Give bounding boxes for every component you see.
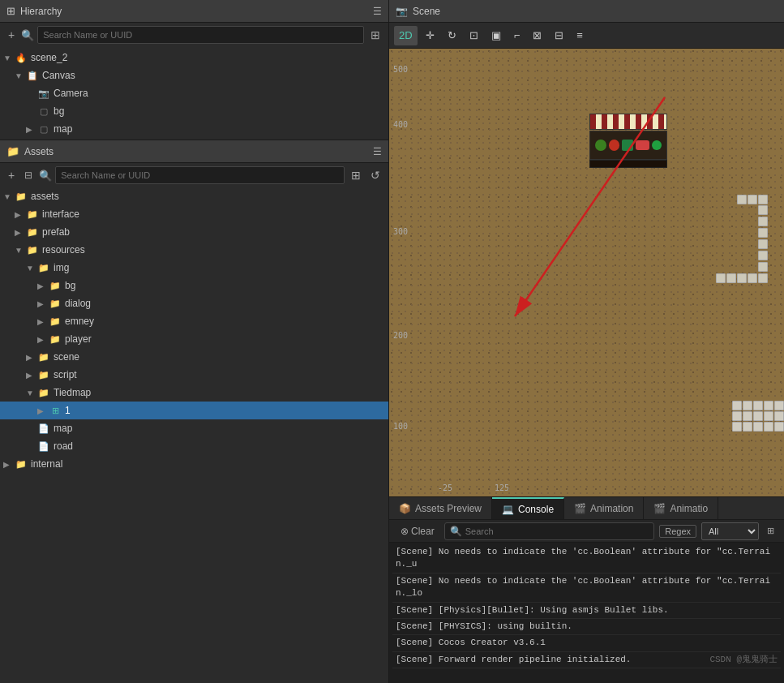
tree-icon-road-file: 📄 [37, 440, 50, 453]
scene-toolbar: 2D ✛ ↻ ⊡ ▣ ⌐ ⊠ ⊟ ≡ [389, 23, 784, 49]
scene-rotate-btn[interactable]: ↻ [443, 26, 461, 45]
tree-item-assets-bg[interactable]: ▶ 📁 bg [0, 277, 388, 294]
tree-label-assets-bg: bg [65, 280, 75, 291]
tree-item-map-file[interactable]: 📄 map [0, 419, 388, 437]
scene-u-btn[interactable]: ⌐ [509, 26, 525, 45]
scene-scale-btn[interactable]: ⊡ [465, 26, 483, 45]
hierarchy-search-icon: 🔍 [21, 29, 34, 41]
tree-label-prefab: prefab [42, 226, 70, 238]
log-entry-5[interactable]: [Scene] Cocos Creator v3.6.1 [392, 635, 781, 651]
tree-label-road-file: road [54, 440, 73, 452]
hierarchy-add-btn[interactable]: + [5, 27, 18, 43]
tree-label-img: img [54, 262, 69, 273]
assets-menu-icon[interactable]: ☰ [373, 146, 382, 157]
hierarchy-header: ⊞ Hierarchy ☰ [0, 0, 388, 23]
tree-label-player: player [65, 333, 92, 345]
tree-arrow-tiedmap: ▼ [26, 389, 37, 397]
hierarchy-search-input[interactable] [37, 26, 364, 44]
tree-item-canvas[interactable]: ▼ 📋 Canvas [0, 67, 388, 84]
log-text-2: [Scene] No needs to indicate the 'cc.Boo… [396, 575, 778, 600]
log-entry-2[interactable]: [Scene] No needs to indicate the 'cc.Boo… [392, 573, 781, 603]
log-entry-3[interactable]: [Scene] [Physics][Bullet]: Using asmjs B… [392, 603, 781, 619]
assets-list-btn[interactable]: ⊞ [348, 167, 364, 183]
tree-arrow-prefab: ▶ [15, 228, 26, 237]
tree-item-scene2[interactable]: ▼ 🔥 scene_2 [0, 49, 388, 67]
log-entry-4[interactable]: [Scene] [PHYSICS]: using builtin. [392, 619, 781, 635]
tree-arrow-player: ▶ [37, 335, 49, 344]
tree-item-dialog[interactable]: ▶ 📁 dialog [0, 294, 388, 312]
produce-4 [636, 140, 650, 150]
tree-label-bg: bg [54, 105, 64, 117]
tree-item-road-file[interactable]: 📄 road [0, 437, 388, 455]
tree-label-assets: assets [31, 191, 59, 202]
scene-header: 📷 Scene [389, 0, 784, 23]
log-text-5: [Scene] Cocos Creator v3.6.1 [396, 637, 778, 649]
assets-collapse-btn[interactable]: ⊟ [21, 168, 36, 183]
tree-item-tiedmap[interactable]: ▼ 📁 Tiedmap [0, 384, 388, 402]
tree-icon-bg: ▢ [37, 105, 50, 118]
log-entry-1[interactable]: [Scene] No needs to indicate the 'cc.Boo… [392, 544, 781, 573]
clear-icon: ⊗ [401, 526, 409, 537]
tree-icon-internal: 📁 [15, 457, 28, 470]
tree-item-player[interactable]: ▶ 📁 player [0, 330, 388, 348]
tree-item-assets-root[interactable]: ▼ 📁 assets [0, 187, 388, 205]
console-search-box: 🔍 [444, 522, 655, 540]
assets-refresh-btn[interactable]: ↺ [367, 167, 383, 183]
tree-item-camera[interactable]: 📷 Camera [0, 84, 388, 102]
assets-header: 📁 Assets ☰ [0, 140, 388, 163]
console-extra-btn[interactable]: ⊞ [764, 524, 778, 538]
console-filter-dropdown[interactable]: All Error Warning Info [701, 522, 759, 540]
assets-preview-label: Assets Preview [415, 503, 482, 514]
hierarchy-list-btn[interactable]: ⊞ [367, 27, 383, 43]
tree-item-script[interactable]: ▶ 📁 script [0, 366, 388, 384]
tab-animation[interactable]: 🎬 Animation [564, 497, 644, 519]
scene-transform-btn[interactable]: ⊠ [528, 26, 546, 45]
coord-label-bot: 200 [393, 331, 408, 340]
console-log-area: [Scene] No needs to indicate the 'cc.Boo… [389, 543, 784, 683]
console-regex-btn[interactable]: Regex [659, 525, 696, 538]
log-entry-6[interactable]: [Scene] Forward render pipeline initiali… [392, 652, 781, 668]
produce-3 [622, 140, 633, 151]
tree-label-map-file: map [54, 423, 72, 434]
scene-pivot-btn[interactable]: ⊟ [550, 26, 568, 45]
tree-arrow-dialog: ▶ [37, 299, 49, 308]
tab-console[interactable]: 💻 Console [492, 497, 564, 519]
coord-label-mid1: 400 [393, 120, 408, 129]
tree-arrow-script: ▶ [26, 371, 37, 380]
tree-item-interface[interactable]: ▶ 📁 interface [0, 205, 388, 223]
tree-icon-camera: 📷 [37, 87, 50, 100]
tree-item-map[interactable]: ▶ ▢ map [0, 120, 388, 138]
tree-item-internal[interactable]: ▶ 📁 internal [0, 455, 388, 473]
log-text-4: [Scene] [PHYSICS]: using builtin. [396, 621, 778, 633]
tree-icon-player: 📁 [49, 333, 62, 346]
stall-base [589, 160, 667, 168]
tree-item-img[interactable]: ▼ 📁 img [0, 259, 388, 277]
right-panel: 📷 Scene 2D ✛ ↻ ⊡ ▣ ⌐ ⊠ ⊟ ≡ 500 400 300 2… [389, 0, 784, 683]
tab-assets-preview[interactable]: 📦 Assets Preview [389, 497, 492, 519]
animation-tab-icon: 🎬 [574, 503, 586, 514]
console-tab-label: Console [518, 504, 554, 515]
assets-search-input[interactable] [55, 166, 345, 184]
tree-item-emney[interactable]: ▶ 📁 emney [0, 312, 388, 330]
tree-item-1[interactable]: ▶ ⊞ 1 [0, 402, 388, 419]
tree-item-bg[interactable]: ▢ bg [0, 102, 388, 120]
hierarchy-menu-icon[interactable]: ☰ [373, 6, 382, 17]
hierarchy-toolbar: + 🔍 ⊞ [0, 23, 388, 47]
tab-animation2[interactable]: 🎬 Animatio [644, 497, 718, 519]
scene-move-btn[interactable]: ✛ [421, 26, 439, 45]
scene-rect-btn[interactable]: ▣ [486, 26, 506, 45]
console-clear-btn[interactable]: ⊗ Clear [396, 524, 439, 539]
scene-more-btn[interactable]: ≡ [572, 26, 588, 45]
tree-label-scene2: scene_2 [31, 52, 67, 63]
tree-item-prefab[interactable]: ▶ 📁 prefab [0, 223, 388, 241]
assets-toolbar: + ⊟ 🔍 ⊞ ↺ [0, 163, 388, 187]
tree-item-resources[interactable]: ▼ 📁 resources [0, 241, 388, 259]
console-search-input[interactable] [465, 526, 649, 536]
tree-icon-tiedmap: 📁 [37, 386, 50, 399]
assets-add-btn[interactable]: + [5, 167, 18, 183]
tree-item-assets-scene[interactable]: ▶ 📁 scene [0, 348, 388, 366]
scene-tab-label[interactable]: Scene [413, 6, 440, 17]
scene-2d-btn[interactable]: 2D [394, 26, 418, 45]
animation2-tab-label: Animatio [670, 503, 708, 514]
log-text-6: [Scene] Forward render pipeline initiali… [396, 654, 709, 666]
